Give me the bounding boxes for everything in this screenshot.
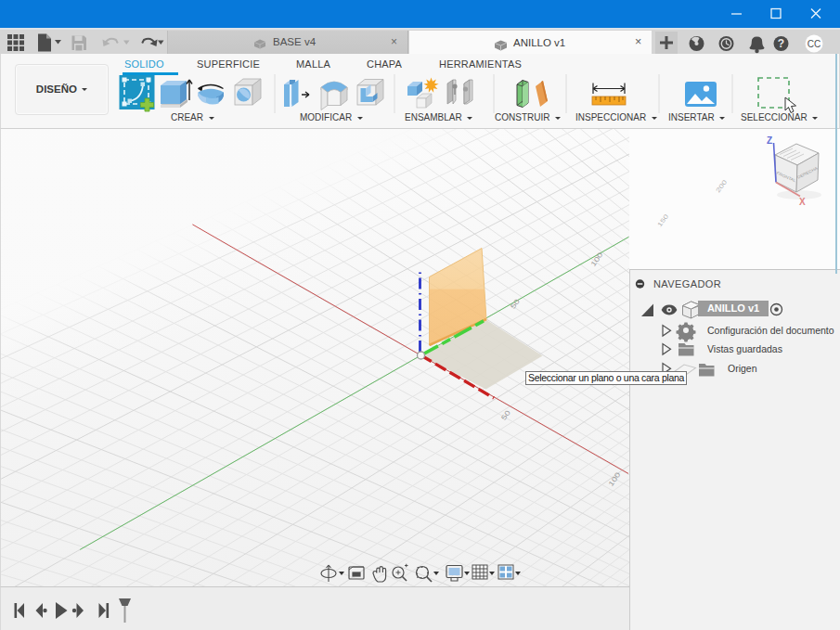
- svg-text:200: 200: [715, 178, 729, 194]
- svg-text:Z: Z: [767, 135, 772, 146]
- svg-text:150: 150: [656, 212, 670, 228]
- svg-text:CC: CC: [808, 39, 821, 49]
- svg-text:?: ?: [778, 37, 784, 50]
- svg-text:X: X: [799, 197, 806, 207]
